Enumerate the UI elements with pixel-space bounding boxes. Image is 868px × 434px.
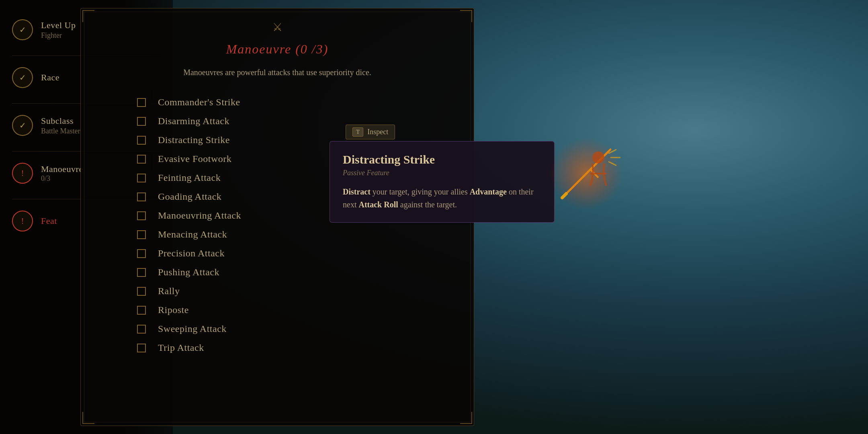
checkbox-pushing-attack[interactable] bbox=[137, 268, 146, 277]
item-label-sweeping-attack: Sweeping Attack bbox=[158, 323, 227, 334]
item-label-rally: Rally bbox=[158, 286, 180, 297]
tooltip-title: Distracting Strike bbox=[343, 153, 541, 166]
list-item[interactable]: Commander's Strike bbox=[137, 93, 418, 112]
item-label-feinting-attack: Feinting Attack bbox=[158, 172, 221, 183]
ability-icon bbox=[546, 133, 626, 214]
item-label-trip-attack: Trip Attack bbox=[158, 342, 204, 353]
subclass-text: Subclass Battle Master bbox=[41, 116, 80, 135]
checkbox-trip-attack[interactable] bbox=[137, 344, 146, 352]
feat-alert-icon: ! bbox=[12, 211, 33, 231]
race-label: Race bbox=[41, 72, 59, 83]
item-label-riposte: Riposte bbox=[158, 305, 189, 315]
level-up-label: Level Up bbox=[41, 20, 76, 31]
item-label-commanders-strike: Commander's Strike bbox=[158, 97, 240, 108]
checkbox-manoeuvring-attack[interactable] bbox=[137, 211, 146, 220]
checkbox-disarming-attack[interactable] bbox=[137, 117, 146, 126]
inspect-badge: T Inspect bbox=[346, 125, 395, 139]
item-label-pushing-attack: Pushing Attack bbox=[158, 267, 219, 278]
checkbox-commanders-strike[interactable] bbox=[137, 98, 146, 107]
item-label-goading-attack: Goading Attack bbox=[158, 191, 221, 202]
checkbox-distracting-strike[interactable] bbox=[137, 136, 146, 145]
level-up-sublabel: Fighter bbox=[41, 31, 76, 40]
subclass-icon: ✓ bbox=[12, 115, 33, 136]
manoeuvre-alert-icon: ! bbox=[12, 163, 33, 184]
svg-point-5 bbox=[592, 151, 604, 164]
list-item[interactable]: Riposte bbox=[137, 301, 418, 319]
checkbox-precision-attack[interactable] bbox=[137, 249, 146, 258]
checkbox-riposte[interactable] bbox=[137, 306, 146, 315]
corner-decoration-bl bbox=[82, 412, 94, 424]
tooltip-desc-part-1: Distract bbox=[343, 187, 371, 196]
tooltip-desc-part-5: Attack Roll bbox=[358, 200, 398, 209]
checkbox-menacing-attack[interactable] bbox=[137, 230, 146, 239]
level-up-text: Level Up Fighter bbox=[41, 20, 76, 40]
item-label-distracting-strike: Distracting Strike bbox=[158, 135, 230, 145]
tooltip-desc-part-3: Advantage bbox=[470, 187, 507, 196]
corner-decoration-tr bbox=[460, 10, 472, 22]
item-label-evasive-footwork: Evasive Footwork bbox=[158, 154, 231, 164]
race-icon: ✓ bbox=[12, 67, 33, 88]
list-item[interactable]: Menacing Attack bbox=[137, 225, 418, 244]
level-up-icon: ✓ bbox=[12, 19, 33, 40]
list-item[interactable]: Pushing Attack bbox=[137, 263, 418, 282]
list-item[interactable]: Trip Attack bbox=[137, 338, 418, 357]
manoeuvre-label: Manoeuvre bbox=[41, 164, 83, 174]
tooltip-desc-part-6: against the target. bbox=[400, 200, 457, 209]
tooltip-container: T Inspect D bbox=[330, 125, 555, 223]
checkbox-feinting-attack[interactable] bbox=[137, 174, 146, 182]
inspect-label: Inspect bbox=[367, 128, 388, 136]
tooltip-box: Distracting Strike Passive Feature Distr… bbox=[330, 141, 555, 223]
item-label-manoeuvring-attack: Manoeuvring Attack bbox=[158, 210, 241, 221]
manoeuvre-count: 0/3 bbox=[41, 174, 83, 183]
item-label-precision-attack: Precision Attack bbox=[158, 248, 225, 259]
feat-label: Feat bbox=[41, 216, 57, 226]
checkbox-goading-attack[interactable] bbox=[137, 192, 146, 201]
subclass-label: Subclass bbox=[41, 116, 80, 126]
list-item[interactable]: Rally bbox=[137, 282, 418, 301]
checkbox-evasive-footwork[interactable] bbox=[137, 155, 146, 164]
tooltip-description: Distract your target, giving your allies… bbox=[343, 185, 541, 211]
panel-title: Manoeuvre (0 /3) bbox=[105, 42, 450, 57]
panel-top-icon: ⚔ bbox=[105, 20, 450, 34]
tooltip-type: Passive Feature bbox=[343, 169, 541, 177]
inspect-key: T bbox=[352, 127, 363, 137]
checkbox-sweeping-attack[interactable] bbox=[137, 325, 146, 334]
checkbox-rally[interactable] bbox=[137, 287, 146, 296]
corner-decoration-tl bbox=[82, 10, 94, 22]
tooltip-desc-part-2: your target, giving your allies bbox=[373, 187, 470, 196]
panel-description: Manoeuvres are powerful attacks that use… bbox=[105, 66, 450, 78]
list-item[interactable]: Precision Attack bbox=[137, 244, 418, 263]
manoeuvre-text: Manoeuvre 0/3 bbox=[41, 164, 83, 183]
subclass-sublabel: Battle Master bbox=[41, 127, 80, 135]
item-label-menacing-attack: Menacing Attack bbox=[158, 229, 227, 240]
race-text: Race bbox=[41, 72, 59, 83]
list-item[interactable]: Sweeping Attack bbox=[137, 319, 418, 338]
feat-text: Feat bbox=[41, 216, 57, 226]
corner-decoration-br bbox=[460, 412, 472, 424]
item-label-disarming-attack: Disarming Attack bbox=[158, 116, 229, 127]
